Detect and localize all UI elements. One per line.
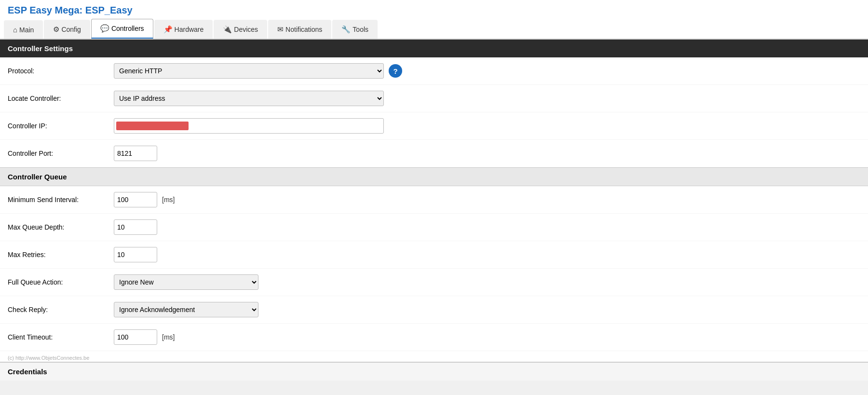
max-queue-depth-row: Max Queue Depth: xyxy=(0,214,868,241)
client-timeout-input[interactable] xyxy=(114,329,157,345)
client-timeout-unit: [ms] xyxy=(162,333,175,341)
controller-ip-highlight xyxy=(116,122,189,130)
check-reply-row: Check Reply: Ignore Acknowledgement Chec… xyxy=(0,296,868,324)
client-timeout-row: Client Timeout: [ms] xyxy=(0,324,868,351)
max-retries-input[interactable] xyxy=(114,247,157,262)
locate-controller-row: Locate Controller: Use IP address Use Ho… xyxy=(0,85,868,112)
wrench-icon: 🔧 xyxy=(341,25,351,34)
locate-controller-label: Locate Controller: xyxy=(8,95,114,102)
controller-queue-title: Controller Queue xyxy=(8,173,67,181)
gear-icon: ⚙ xyxy=(53,25,59,34)
max-queue-depth-label: Max Queue Depth: xyxy=(8,223,114,231)
min-send-interval-row: Minimum Send Interval: [ms] xyxy=(0,186,868,214)
tab-config-label: Config xyxy=(61,26,81,33)
tab-hardware-label: Hardware xyxy=(175,26,204,33)
client-timeout-control: [ms] xyxy=(114,329,175,345)
controller-ip-control xyxy=(114,118,384,134)
home-icon: ⌂ xyxy=(13,26,17,34)
controller-port-row: Controller Port: xyxy=(0,140,868,167)
tab-notifications-label: Notifications xyxy=(285,26,322,33)
tab-controllers-label: Controllers xyxy=(111,25,144,32)
tab-notifications[interactable]: ✉ Notifications xyxy=(268,20,331,39)
tab-tools[interactable]: 🔧 Tools xyxy=(332,20,378,39)
full-queue-action-control: Ignore New Delete Oldest xyxy=(114,274,258,290)
full-queue-action-row: Full Queue Action: Ignore New Delete Old… xyxy=(0,269,868,296)
controller-queue-header: Controller Queue xyxy=(0,167,868,186)
controller-port-control xyxy=(114,146,157,161)
min-send-interval-unit: [ms] xyxy=(162,196,175,204)
chat-icon: 💬 xyxy=(100,24,109,33)
check-reply-control: Ignore Acknowledgement Check Acknowledge… xyxy=(114,302,258,317)
protocol-row: Protocol: Generic HTTP OpenHAB MQTT Domo… xyxy=(0,57,868,85)
protocol-help-button[interactable]: ? xyxy=(389,64,402,78)
credentials-title: Credentials xyxy=(8,368,47,376)
full-queue-action-label: Full Queue Action: xyxy=(8,278,114,286)
max-retries-control xyxy=(114,247,157,262)
check-reply-select[interactable]: Ignore Acknowledgement Check Acknowledge… xyxy=(114,302,258,317)
check-reply-label: Check Reply: xyxy=(8,306,114,313)
app-title-bar: ESP Easy Mega: ESP_Easy xyxy=(0,0,868,19)
controller-port-input[interactable] xyxy=(114,146,157,161)
footer-copyright: (c) http://www.ObjetsConnectes.be xyxy=(0,351,868,362)
controller-settings-header: Controller Settings xyxy=(0,40,868,57)
controller-ip-label: Controller IP: xyxy=(8,122,114,130)
locate-controller-select[interactable]: Use IP address Use Hostname xyxy=(114,91,384,106)
full-queue-action-select[interactable]: Ignore New Delete Oldest xyxy=(114,274,258,290)
controller-ip-field-wrapper xyxy=(114,118,384,134)
min-send-interval-control: [ms] xyxy=(114,192,175,207)
max-retries-label: Max Retries: xyxy=(8,251,114,259)
controller-settings-title: Controller Settings xyxy=(8,44,73,53)
main-nav: ⌂ Main ⚙ Config 💬 Controllers 📌 Hardware… xyxy=(0,19,868,40)
plug-icon: 🔌 xyxy=(223,25,232,34)
main-content: Controller Settings Protocol: Generic HT… xyxy=(0,40,868,381)
client-timeout-label: Client Timeout: xyxy=(8,333,114,341)
tab-tools-label: Tools xyxy=(353,26,368,33)
max-queue-depth-input[interactable] xyxy=(114,219,157,235)
tab-main-label: Main xyxy=(19,26,34,34)
mail-icon: ✉ xyxy=(277,25,284,34)
locate-controller-control: Use IP address Use Hostname xyxy=(114,91,384,106)
pin-icon: 📌 xyxy=(163,25,173,34)
min-send-interval-label: Minimum Send Interval: xyxy=(8,196,114,204)
credentials-header: Credentials xyxy=(0,362,868,381)
max-queue-depth-control xyxy=(114,219,157,235)
tab-devices[interactable]: 🔌 Devices xyxy=(214,20,267,39)
protocol-control: Generic HTTP OpenHAB MQTT Domoticz MQTT … xyxy=(114,63,402,79)
tab-main[interactable]: ⌂ Main xyxy=(4,20,43,39)
tab-devices-label: Devices xyxy=(234,26,258,33)
tab-config[interactable]: ⚙ Config xyxy=(44,20,90,39)
controller-port-label: Controller Port: xyxy=(8,150,114,157)
controller-ip-row: Controller IP: xyxy=(0,112,868,140)
protocol-select[interactable]: Generic HTTP OpenHAB MQTT Domoticz MQTT … xyxy=(114,63,384,79)
protocol-label: Protocol: xyxy=(8,67,114,75)
tab-hardware[interactable]: 📌 Hardware xyxy=(154,20,213,39)
min-send-interval-input[interactable] xyxy=(114,192,157,207)
tab-controllers[interactable]: 💬 Controllers xyxy=(91,19,153,39)
app-title: ESP Easy Mega: ESP_Easy xyxy=(8,5,133,15)
max-retries-row: Max Retries: xyxy=(0,241,868,269)
